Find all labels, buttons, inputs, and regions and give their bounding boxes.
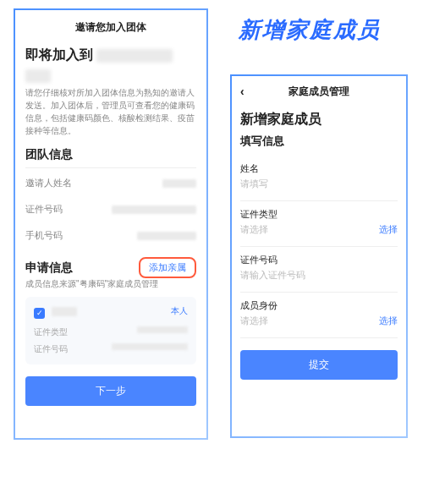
self-tag: 本人 bbox=[171, 305, 188, 317]
add-relative-button[interactable]: 添加亲属 bbox=[139, 257, 196, 278]
idnum-row: 证件号码 bbox=[25, 196, 196, 222]
form-title: 新增家庭成员 bbox=[240, 111, 398, 129]
idnum-value-blurred bbox=[112, 205, 196, 214]
inviter-value-blurred bbox=[162, 179, 196, 188]
add-member-screen: ‹ 家庭成员管理 新增家庭成员 填写信息 姓名 请填写 证件类型 请选择 选择 … bbox=[230, 74, 408, 438]
role-label: 成员身份 bbox=[240, 299, 398, 312]
idtype-placeholder: 请选择 bbox=[240, 223, 398, 236]
role-select-button[interactable]: 选择 bbox=[379, 315, 398, 327]
divider bbox=[25, 167, 196, 168]
member-idtype-row: 证件类型 bbox=[34, 324, 188, 341]
header-text-right: 家庭成员管理 bbox=[288, 85, 349, 97]
join-target-blurred bbox=[96, 49, 173, 63]
apply-subtitle: 成员信息来源"粤康码"家庭成员管理 bbox=[25, 278, 196, 290]
form-subtitle: 填写信息 bbox=[240, 134, 398, 149]
page-title-right: ‹ 家庭成员管理 bbox=[240, 83, 398, 106]
inviter-row: 邀请人姓名 bbox=[25, 170, 196, 196]
divider bbox=[240, 292, 398, 293]
member-idnum-label: 证件号码 bbox=[34, 343, 68, 355]
phone-label: 手机号码 bbox=[25, 229, 63, 242]
team-section-title: 团队信息 bbox=[25, 147, 196, 162]
phone-row: 手机号码 bbox=[25, 222, 196, 249]
member-checkbox[interactable]: ✓ bbox=[34, 308, 45, 319]
divider bbox=[240, 200, 398, 201]
member-idtype-blurred bbox=[137, 326, 188, 333]
join-target-blurred-2 bbox=[25, 69, 51, 83]
member-idtype-label: 证件类型 bbox=[34, 326, 68, 338]
idtype-field[interactable]: 证件类型 请选择 选择 bbox=[240, 203, 398, 244]
member-idnum-row: 证件号码 bbox=[34, 341, 188, 358]
join-heading: 即将加入到 bbox=[25, 47, 196, 64]
member-name-wrap: ✓ bbox=[34, 304, 77, 319]
name-field[interactable]: 姓名 请填写 bbox=[240, 157, 398, 199]
idtype-label: 证件类型 bbox=[240, 208, 398, 221]
role-field[interactable]: 成员身份 请选择 选择 bbox=[240, 294, 398, 336]
page-title-left: 邀请您加入团体 bbox=[25, 19, 196, 41]
join-prefix: 即将加入到 bbox=[25, 47, 93, 64]
idtype-select-button[interactable]: 选择 bbox=[379, 223, 398, 236]
inviter-label: 邀请人姓名 bbox=[25, 177, 72, 189]
phone-value-blurred bbox=[137, 232, 196, 240]
name-placeholder: 请填写 bbox=[240, 178, 398, 190]
annotation-title: 新增家庭成员 bbox=[239, 15, 381, 45]
idnum-form-label: 证件号码 bbox=[240, 254, 398, 266]
member-card[interactable]: ✓ 本人 证件类型 证件号码 bbox=[25, 297, 196, 364]
back-icon[interactable]: ‹ bbox=[240, 85, 244, 98]
idnum-placeholder: 请输入证件号码 bbox=[240, 269, 398, 282]
apply-section-title: 申请信息 bbox=[25, 260, 73, 276]
name-label: 姓名 bbox=[240, 162, 398, 175]
role-placeholder: 请选择 bbox=[240, 315, 398, 327]
idnum-field[interactable]: 证件号码 请输入证件号码 bbox=[240, 249, 398, 290]
invite-screen: 邀请您加入团体 即将加入到 请您仔细核对所加入团体信息为熟知的邀请人发送。加入团… bbox=[14, 8, 208, 440]
submit-button[interactable]: 提交 bbox=[240, 350, 398, 380]
divider bbox=[240, 337, 398, 338]
divider bbox=[240, 246, 398, 247]
join-heading-line2 bbox=[25, 68, 196, 86]
idnum-label: 证件号码 bbox=[25, 203, 63, 216]
invite-description: 请您仔细核对所加入团体信息为熟知的邀请人发送。加入团体后，管理员可查看您的健康码… bbox=[25, 86, 196, 137]
member-idnum-blurred bbox=[112, 343, 188, 350]
member-name-blurred bbox=[52, 307, 77, 316]
next-button[interactable]: 下一步 bbox=[25, 376, 196, 406]
